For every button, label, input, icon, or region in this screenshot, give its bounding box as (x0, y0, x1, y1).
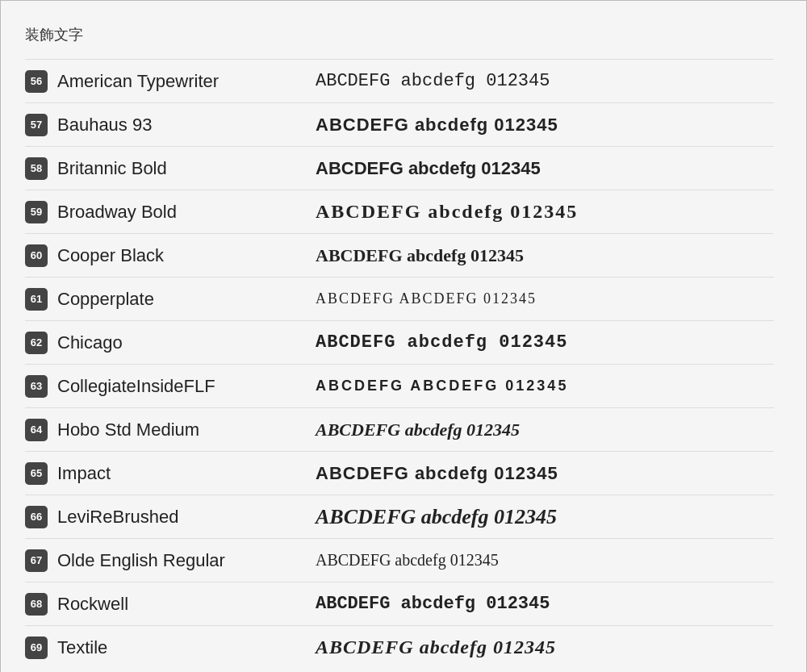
font-number: 65 (25, 462, 48, 485)
font-row: 60Cooper BlackABCDEFG abcdefg 012345 (25, 233, 774, 277)
font-sample: ABCDEFG abcdefg 012345 (316, 637, 774, 658)
page-title: 装飾文字 (25, 25, 774, 44)
font-name: Cooper Black (57, 245, 164, 266)
font-left: 67Olde English Regular (25, 549, 316, 572)
font-row: 63CollegiateInsideFLFABCDEFG ABCDEFG 012… (25, 364, 774, 407)
font-left: 65Impact (25, 462, 316, 485)
font-sample: ABCDEFG abcdefg 012345 (316, 245, 774, 266)
font-number: 60 (25, 244, 48, 267)
font-name: Olde English Regular (57, 550, 225, 571)
font-left: 57Bauhaus 93 (25, 114, 316, 136)
font-number: 58 (25, 157, 48, 180)
font-sample: ABCDEFG abcdefg 012345 (316, 71, 774, 91)
font-row: 66LeviReBrushedABCDEFG abcdefg 012345 (25, 495, 774, 538)
font-row: 58Britannic BoldABCDEFG abcdefg 012345 (25, 146, 774, 190)
font-row: 65ImpactABCDEFG abcdefg 012345 (25, 451, 774, 495)
font-number: 63 (25, 375, 48, 398)
font-number: 69 (25, 637, 48, 659)
font-name: Broadway Bold (57, 202, 177, 223)
font-name: American Typewriter (57, 71, 219, 92)
font-number: 61 (25, 288, 48, 311)
font-left: 59Broadway Bold (25, 201, 316, 223)
font-number: 64 (25, 419, 48, 441)
font-sample: ABCDEFG abcdefg 012345 (316, 463, 774, 484)
font-sample: ABCDEFG ABCDEFG 012345 (316, 378, 774, 394)
font-left: 56American Typewriter (25, 70, 316, 93)
font-row: 59Broadway BoldABCDEFG abcdefg 012345 (25, 190, 774, 233)
page: 装飾文字 56American TypewriterABCDEFG abcdef… (0, 0, 807, 672)
font-list: 56American TypewriterABCDEFG abcdefg 012… (25, 59, 774, 669)
font-left: 63CollegiateInsideFLF (25, 375, 316, 398)
font-sample: ABCDEFG abcdefg 012345 (316, 594, 774, 614)
font-row: 68RockwellABCDEFG abcdefg 012345 (25, 582, 774, 625)
font-left: 60Cooper Black (25, 244, 316, 267)
font-name: CollegiateInsideFLF (57, 376, 215, 397)
font-sample: ABCDEFG abcdefg 012345 (316, 158, 774, 179)
font-left: 61Copperplate (25, 288, 316, 311)
font-row: 61CopperplateABCDEFG ABCDEFG 012345 (25, 277, 774, 320)
font-number: 68 (25, 593, 48, 616)
font-sample: ABCDEFG abcdefg 012345 (316, 505, 774, 529)
font-sample: ABCDEFG abcdefg 012345 (316, 419, 774, 440)
font-name: Textile (57, 637, 107, 658)
font-sample: ABCDEFG ABCDEFG 012345 (316, 290, 774, 307)
font-left: 66LeviReBrushed (25, 506, 316, 528)
font-sample: ABCDEFG abcdefg 012345 (316, 201, 774, 223)
font-sample: ABCDEFG abcdefg 012345 (316, 115, 774, 136)
font-name: Copperplate (57, 289, 154, 310)
font-row: 69TextileABCDEFG abcdefg 012345 (25, 625, 774, 669)
font-left: 68Rockwell (25, 593, 316, 616)
font-name: Chicago (57, 332, 123, 353)
font-number: 62 (25, 332, 48, 354)
font-sample: ABCDEFG abcdefg 012345 (316, 551, 774, 570)
font-name: Rockwell (57, 594, 128, 615)
font-number: 56 (25, 70, 48, 93)
font-sample: ABCDEFG abcdefg 012345 (316, 332, 774, 353)
font-number: 67 (25, 549, 48, 572)
font-name: Britannic Bold (57, 158, 167, 179)
font-left: 69Textile (25, 637, 316, 659)
font-number: 57 (25, 114, 48, 136)
font-row: 64Hobo Std MediumABCDEFG abcdefg 012345 (25, 407, 774, 451)
font-name: Bauhaus 93 (57, 115, 152, 136)
font-left: 58Britannic Bold (25, 157, 316, 180)
font-row: 62ChicagoABCDEFG abcdefg 012345 (25, 320, 774, 364)
font-row: 57Bauhaus 93ABCDEFG abcdefg 012345 (25, 102, 774, 146)
font-left: 62Chicago (25, 332, 316, 354)
font-number: 66 (25, 506, 48, 528)
font-row: 56American TypewriterABCDEFG abcdefg 012… (25, 59, 774, 102)
font-left: 64Hobo Std Medium (25, 419, 316, 441)
font-name: LeviReBrushed (57, 507, 178, 528)
font-name: Impact (57, 463, 111, 484)
font-number: 59 (25, 201, 48, 223)
font-name: Hobo Std Medium (57, 419, 199, 440)
font-row: 67Olde English RegularABCDEFG abcdefg 01… (25, 538, 774, 582)
